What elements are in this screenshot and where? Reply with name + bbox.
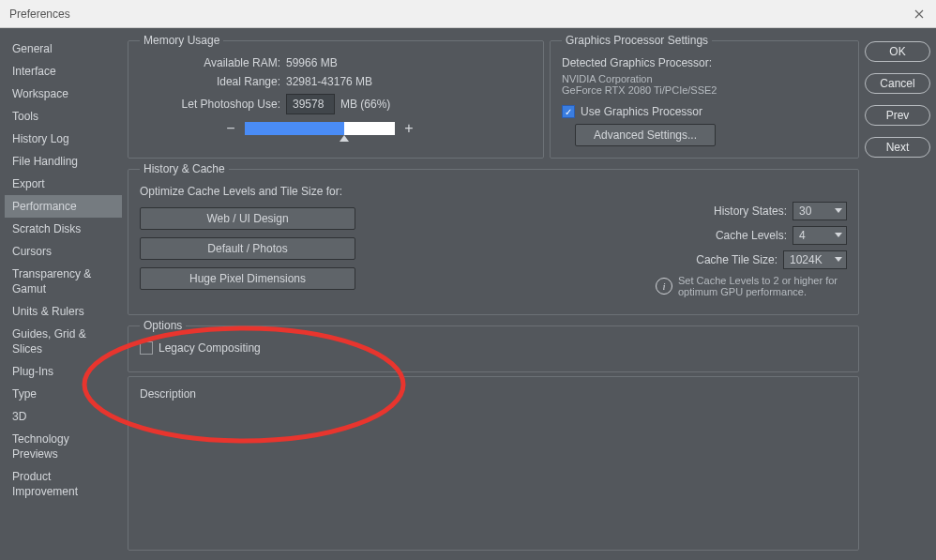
gpu-legend: Graphics Processor Settings (562, 34, 712, 47)
sidebar-item-tech-previews[interactable]: Technology Previews (5, 428, 122, 465)
cancel-button[interactable]: Cancel (865, 73, 930, 94)
sidebar-item-tools[interactable]: Tools (5, 105, 122, 128)
sidebar-item-guides-grid[interactable]: Guides, Grid & Slices (5, 323, 122, 360)
use-gpu-checkbox[interactable]: ✓ (562, 105, 575, 118)
history-states-label: History States: (714, 204, 787, 218)
huge-pixel-button[interactable]: Huge Pixel Dimensions (140, 267, 355, 290)
history-cache-group: History & Cache Optimize Cache Levels an… (128, 162, 859, 315)
chevron-down-icon (835, 208, 842, 213)
dialog-buttons: OK Cancel Prev Next (865, 34, 930, 551)
cache-levels-label: Cache Levels: (716, 229, 787, 242)
gpu-group: Graphics Processor Settings Detected Gra… (550, 34, 859, 159)
settings-panels: Memory Usage Available RAM:59966 MB Idea… (128, 34, 859, 551)
default-photos-button[interactable]: Default / Photos (140, 237, 355, 260)
sidebar-item-transparency[interactable]: Transparency & Gamut (5, 263, 122, 300)
history-legend: History & Cache (140, 162, 229, 175)
ideal-range-label: Ideal Range: (140, 75, 280, 88)
titlebar: Preferences (0, 0, 936, 28)
legacy-compositing-label: Legacy Compositing (159, 341, 261, 355)
available-ram-value: 59966 MB (286, 56, 338, 69)
sidebar-item-performance[interactable]: Performance (5, 195, 122, 218)
sidebar-item-product-improvement[interactable]: Product Improvement (5, 465, 122, 503)
ok-button[interactable]: OK (865, 41, 930, 62)
gpu-vendor: NVIDIA Corporation (562, 73, 847, 84)
cache-levels-select[interactable]: 4 (793, 226, 847, 245)
memory-slider[interactable] (245, 122, 395, 135)
memory-suffix: MB (66%) (340, 98, 390, 111)
available-ram-label: Available RAM: (140, 56, 280, 69)
sidebar-item-export[interactable]: Export (5, 173, 122, 195)
sidebar-item-type[interactable]: Type (5, 383, 122, 405)
sidebar-item-plugins[interactable]: Plug-Ins (5, 360, 122, 383)
memory-usage-group: Memory Usage Available RAM:59966 MB Idea… (128, 34, 544, 159)
preferences-window: Preferences General Interface Workspace … (0, 0, 936, 560)
legacy-compositing-checkbox[interactable] (140, 341, 153, 355)
cache-hint: Set Cache Levels to 2 or higher for opti… (678, 275, 847, 297)
slider-handle-icon[interactable] (340, 135, 349, 142)
slider-fill (245, 122, 344, 135)
dialog-body: General Interface Workspace Tools Histor… (0, 28, 936, 560)
main-panel: Memory Usage Available RAM:59966 MB Idea… (122, 28, 936, 560)
sidebar-item-interface[interactable]: Interface (5, 60, 122, 83)
memory-input[interactable] (286, 94, 335, 114)
sidebar-item-scratch-disks[interactable]: Scratch Disks (5, 218, 122, 240)
options-legend: Options (140, 319, 186, 332)
chevron-down-icon (835, 233, 842, 237)
chevron-down-icon (835, 257, 842, 262)
sidebar-item-units-rulers[interactable]: Units & Rulers (5, 300, 122, 323)
web-design-button[interactable]: Web / UI Design (140, 207, 355, 230)
sidebar-item-file-handling[interactable]: File Handling (5, 150, 122, 173)
let-use-label: Let Photoshop Use: (140, 98, 280, 111)
sidebar-item-3d[interactable]: 3D (5, 405, 122, 428)
cache-tile-label: Cache Tile Size: (696, 253, 777, 266)
history-states-select[interactable]: 30 (793, 202, 847, 220)
advanced-settings-button[interactable]: Advanced Settings... (575, 124, 716, 146)
sidebar-item-workspace[interactable]: Workspace (5, 83, 122, 105)
memory-legend: Memory Usage (140, 34, 223, 47)
ideal-range-value: 32981-43176 MB (286, 75, 372, 88)
cache-tile-select[interactable]: 1024K (783, 250, 847, 269)
sidebar-item-cursors[interactable]: Cursors (5, 240, 122, 263)
minus-icon[interactable]: − (224, 120, 237, 137)
options-group: Options Legacy Compositing (128, 319, 859, 372)
plus-icon[interactable]: + (402, 120, 415, 137)
description-group: Description (128, 376, 859, 551)
use-gpu-label: Use Graphics Processor (581, 105, 702, 118)
close-icon[interactable] (912, 7, 927, 22)
sidebar-item-general[interactable]: General (5, 38, 122, 60)
category-sidebar: General Interface Workspace Tools Histor… (0, 28, 122, 560)
next-button[interactable]: Next (865, 137, 930, 158)
optimize-label: Optimize Cache Levels and Tile Size for: (140, 185, 355, 198)
prev-button[interactable]: Prev (865, 105, 930, 126)
description-legend: Description (140, 387, 196, 401)
info-icon: i (656, 278, 672, 295)
gpu-model: GeForce RTX 2080 Ti/PCIe/SSE2 (562, 84, 847, 96)
detected-gpu-label: Detected Graphics Processor: (562, 56, 847, 69)
sidebar-item-history-log[interactable]: History Log (5, 128, 122, 150)
window-title: Preferences (9, 8, 70, 21)
